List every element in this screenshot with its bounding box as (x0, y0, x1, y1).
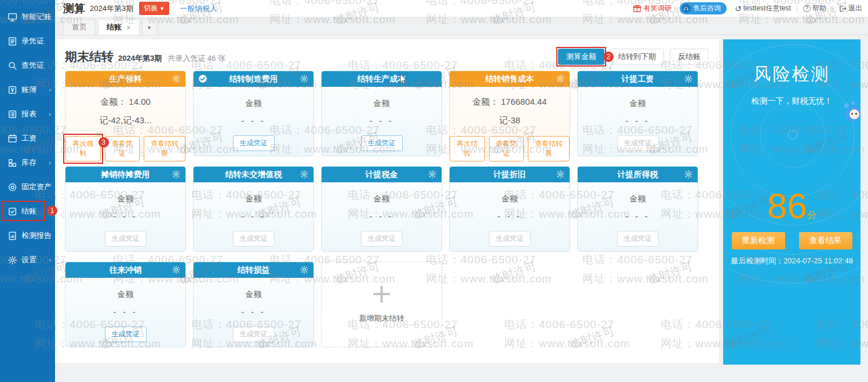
carryover-card: 往来冲销金额- - -生成凭证 (65, 262, 186, 347)
asset-icon (8, 182, 17, 192)
carryover-cards-grid: 生产领料金额： 14.00记-42,记-43...再次领料3查看凭证查看结转表结… (55, 68, 719, 357)
sidebar-item-5[interactable]: 报表› (0, 102, 55, 126)
sidebar-item-11[interactable]: 设置› (0, 248, 55, 272)
card-button[interactable]: 查看凭证 (489, 136, 524, 161)
card-button[interactable]: 生成凭证 (233, 326, 275, 342)
sidebar-item-7[interactable]: 库存› (0, 150, 55, 175)
topbar-right: 有奖调研 售后咨询 ↺ testtest任意test | ? 帮助 | 退出 (633, 2, 862, 14)
action-wrap: 反结账 (670, 49, 709, 65)
amount-label: 金额 (322, 194, 442, 204)
card-body: 金额- - -生成凭证 (322, 98, 442, 151)
sidebar-item-label: 报表 (21, 109, 37, 119)
card-header: 结转损益 (194, 262, 313, 278)
amount-detail: 记-38 (450, 115, 570, 126)
gear-icon[interactable] (684, 170, 693, 179)
gear-icon[interactable] (428, 170, 437, 179)
carryover-card: 结转制造费用金额- - -生成凭证 (193, 71, 314, 156)
amount-detail: - - - (65, 212, 185, 221)
action-button-2[interactable]: 结转到下期 (610, 49, 664, 65)
switch-period-button[interactable]: 切换▼ (139, 2, 169, 15)
card-button-wrap: 生成凭证 (105, 231, 147, 247)
sidebar-item-6[interactable]: 工资 (0, 126, 55, 150)
card-button-wrap: 查看结转表 (144, 136, 185, 161)
sidebar-item-4[interactable]: 账簿› (0, 78, 55, 102)
card-button-wrap: 再次结转 (450, 136, 485, 161)
gear-icon[interactable] (300, 170, 309, 179)
carryover-card: 计提工资金额- - -生成凭证 (577, 71, 698, 156)
chevron-down-icon: ▼ (159, 6, 165, 12)
sidebar-item-2[interactable]: 录凭证 (0, 29, 55, 53)
tab-home[interactable]: 首页 (63, 19, 96, 35)
card-button[interactable]: 生成凭证 (489, 231, 531, 247)
arrow-right-icon: › (49, 256, 51, 263)
card-button[interactable]: 再次领料 (65, 136, 101, 161)
tab-list-dropdown[interactable]: ▾ (142, 19, 157, 35)
amount-label: 金额 (450, 194, 570, 204)
annotation-badge: 2 (603, 52, 614, 62)
card-buttons: 生成凭证 (65, 326, 185, 342)
gear-icon[interactable] (300, 74, 309, 83)
card-button[interactable]: 生成凭证 (617, 231, 659, 247)
amount-detail: 记-42,记-43... (65, 115, 185, 126)
close-icon[interactable]: × (126, 23, 131, 32)
view-result-button[interactable]: 查看结果 (799, 232, 852, 249)
gear-icon[interactable] (172, 74, 181, 83)
card-button[interactable]: 查看结转表 (528, 136, 570, 161)
amount-label: 金额： 1766804.44 (450, 97, 570, 108)
survey-link[interactable]: 有奖调研 (633, 3, 672, 13)
help-button[interactable]: ? 帮助 (803, 3, 826, 13)
card-button[interactable]: 生成凭证 (105, 231, 147, 247)
action-button-3[interactable]: 反结账 (670, 49, 709, 65)
sidebar-item-10[interactable]: 检测报告 (0, 223, 55, 248)
card-button[interactable]: 生成凭证 (361, 135, 403, 151)
sidebar: 智能记账录凭证查凭证账簿›报表›工资库存›固定资产结账1检测报告设置› (0, 0, 55, 382)
card-header: 计提工资 (578, 71, 698, 87)
mouse-cursor (400, 74, 409, 86)
divider: | (831, 5, 833, 13)
card-button[interactable]: 查看凭证 (105, 136, 140, 161)
inventory-icon (8, 158, 17, 168)
risk-check-subtitle: 检测一下，财税无忧！ (723, 96, 860, 106)
closing-icon (8, 207, 17, 216)
sidebar-item-3[interactable]: 查凭证 (0, 53, 55, 78)
sidebar-item-8[interactable]: 固定资产 (0, 175, 55, 199)
recheck-button[interactable]: 重新检测 (732, 232, 785, 249)
gear-icon[interactable] (556, 74, 565, 83)
panel-actions: 测算金额2结转到下期反结账 (552, 49, 709, 65)
card-buttons: 生成凭证 (578, 231, 698, 247)
after-sales-support-button[interactable]: 售后咨询 (680, 2, 727, 14)
risk-panel-buttons: 重新检测 查看结果 (723, 232, 860, 249)
card-button[interactable]: 生成凭证 (361, 231, 403, 247)
gear-icon[interactable] (172, 265, 181, 274)
gear-icon[interactable] (300, 265, 309, 274)
sidebar-item-9[interactable]: 结账1 (0, 199, 55, 223)
sidebar-item-label: 录凭证 (21, 36, 44, 46)
plus-icon: + (322, 282, 442, 305)
taxpayer-type-link[interactable]: 一般纳税人 (180, 3, 217, 14)
card-buttons: 生成凭证 (322, 135, 442, 151)
gear-icon[interactable] (556, 170, 565, 179)
card-button-wrap: 生成凭证 (361, 231, 403, 247)
gear-icon[interactable] (172, 170, 181, 179)
gift-icon (633, 4, 641, 13)
switch-account-icon: ↺ (735, 4, 742, 13)
add-carryover-card[interactable]: +新增期末结转 (321, 262, 442, 347)
tab-strip: 首页 结账× ▾ (55, 17, 868, 35)
gear-icon[interactable] (684, 74, 693, 83)
card-button[interactable]: 再次结转 (450, 136, 485, 161)
card-buttons: 再次结转查看凭证查看结转表 (450, 136, 570, 161)
card-button[interactable]: 生成凭证 (233, 135, 275, 151)
carryover-card: 结转生产成本金额- - -生成凭证 (321, 71, 442, 156)
card-title: 结转未交增值税 (225, 170, 282, 180)
tab-closing[interactable]: 结账× (98, 19, 140, 35)
card-button[interactable]: 生成凭证 (105, 326, 147, 342)
card-button[interactable]: 生成凭证 (617, 135, 659, 151)
card-button[interactable]: 生成凭证 (233, 231, 275, 247)
account-switcher[interactable]: ↺ testtest任意test (735, 3, 791, 13)
sidebar-item-1[interactable]: 智能记账 (0, 5, 55, 29)
logout-button[interactable]: 退出 (838, 3, 862, 13)
amount-label: 金额： 14.00 (65, 97, 185, 108)
panel-title-row: 期末结转 2024年第3期 共录入凭证 46 张 测算金额2结转到下期反结账 (55, 39, 719, 68)
card-button[interactable]: 查看结转表 (144, 136, 185, 161)
action-button-1[interactable]: 测算金额 (558, 49, 604, 65)
